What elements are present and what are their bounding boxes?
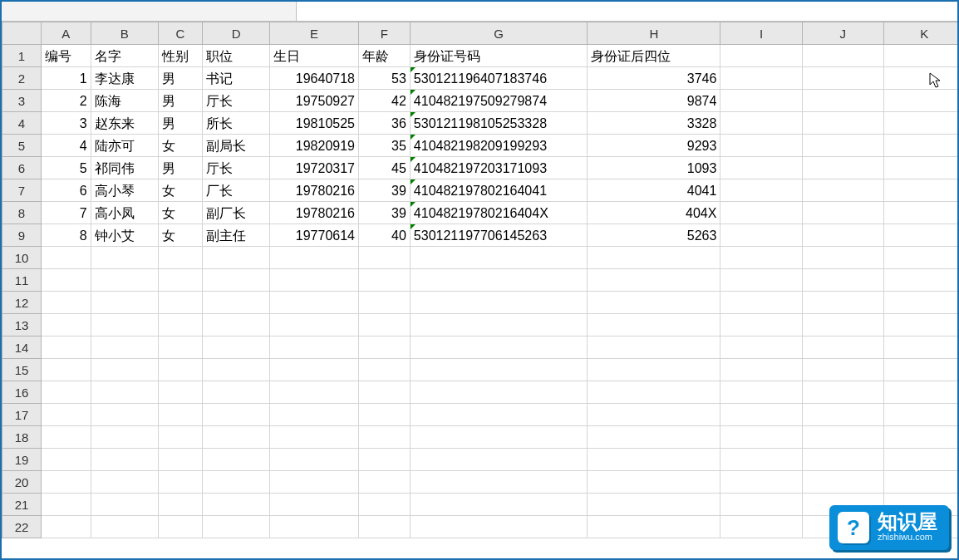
cell-K12[interactable] bbox=[883, 292, 957, 314]
cell-A5[interactable]: 4 bbox=[41, 135, 91, 157]
cell-G15[interactable] bbox=[410, 359, 587, 381]
cell-I19[interactable] bbox=[720, 449, 802, 471]
cell-E20[interactable] bbox=[270, 471, 359, 494]
cell-J10[interactable] bbox=[802, 247, 883, 269]
row-header-22[interactable]: 22 bbox=[2, 516, 42, 538]
row-header-1[interactable]: 1 bbox=[2, 45, 42, 67]
cell-D17[interactable] bbox=[203, 404, 270, 426]
cell-G12[interactable] bbox=[410, 292, 587, 314]
cell-I18[interactable] bbox=[720, 426, 802, 449]
cell-B18[interactable] bbox=[91, 426, 158, 449]
cell-I2[interactable] bbox=[720, 67, 802, 90]
cell-F11[interactable] bbox=[358, 269, 410, 292]
row-header-11[interactable]: 11 bbox=[2, 269, 42, 292]
cell-A3[interactable]: 2 bbox=[41, 90, 91, 112]
cell-J14[interactable] bbox=[802, 336, 883, 359]
cell-D13[interactable] bbox=[203, 314, 270, 336]
row-header-19[interactable]: 19 bbox=[2, 449, 42, 471]
cell-D18[interactable] bbox=[203, 426, 270, 449]
col-header-I[interactable]: I bbox=[720, 22, 802, 45]
cell-J13[interactable] bbox=[802, 314, 883, 336]
cell-G19[interactable] bbox=[410, 449, 587, 471]
cell-F2[interactable]: 53 bbox=[358, 67, 410, 90]
cell-G5[interactable]: 410482198209199293 bbox=[410, 135, 587, 157]
cell-K5[interactable] bbox=[883, 135, 957, 157]
cell-B6[interactable]: 祁同伟 bbox=[91, 157, 158, 179]
cell-E14[interactable] bbox=[270, 336, 359, 359]
row-header-14[interactable]: 14 bbox=[2, 336, 42, 359]
cell-B4[interactable]: 赵东来 bbox=[91, 112, 158, 135]
cell-G20[interactable] bbox=[410, 471, 587, 494]
cell-B13[interactable] bbox=[91, 314, 158, 336]
cell-F21[interactable] bbox=[358, 494, 410, 516]
cell-E6[interactable]: 19720317 bbox=[270, 157, 359, 179]
cell-C1[interactable]: 性别 bbox=[158, 45, 202, 67]
cell-F6[interactable]: 45 bbox=[358, 157, 410, 179]
cell-F8[interactable]: 39 bbox=[358, 202, 410, 224]
row-header-17[interactable]: 17 bbox=[2, 404, 42, 426]
cell-C11[interactable] bbox=[158, 269, 202, 292]
col-header-H[interactable]: H bbox=[588, 22, 720, 45]
cell-K20[interactable] bbox=[883, 471, 957, 494]
cell-H7[interactable]: 4041 bbox=[588, 179, 720, 202]
cell-K4[interactable] bbox=[883, 112, 957, 135]
cell-I15[interactable] bbox=[720, 359, 802, 381]
cell-E4[interactable]: 19810525 bbox=[270, 112, 359, 135]
cell-C7[interactable]: 女 bbox=[158, 179, 202, 202]
cell-H2[interactable]: 3746 bbox=[588, 67, 720, 90]
row-header-21[interactable]: 21 bbox=[2, 494, 42, 516]
cell-K18[interactable] bbox=[883, 426, 957, 449]
col-header-J[interactable]: J bbox=[802, 22, 883, 45]
cell-H17[interactable] bbox=[588, 404, 720, 426]
cell-E13[interactable] bbox=[270, 314, 359, 336]
cell-C14[interactable] bbox=[158, 336, 202, 359]
row-header-18[interactable]: 18 bbox=[2, 426, 42, 449]
cell-J5[interactable] bbox=[802, 135, 883, 157]
cell-H11[interactable] bbox=[588, 269, 720, 292]
cell-A12[interactable] bbox=[41, 292, 91, 314]
cell-A11[interactable] bbox=[41, 269, 91, 292]
cell-I13[interactable] bbox=[720, 314, 802, 336]
cell-B11[interactable] bbox=[91, 269, 158, 292]
cell-C19[interactable] bbox=[158, 449, 202, 471]
cell-G3[interactable]: 410482197509279874 bbox=[410, 90, 587, 112]
row-header-10[interactable]: 10 bbox=[2, 247, 42, 269]
cell-F12[interactable] bbox=[358, 292, 410, 314]
cell-A21[interactable] bbox=[41, 494, 91, 516]
col-header-G[interactable]: G bbox=[410, 22, 587, 45]
cell-E7[interactable]: 19780216 bbox=[270, 179, 359, 202]
cell-H1[interactable]: 身份证后四位 bbox=[588, 45, 720, 67]
formula-input[interactable] bbox=[297, 2, 957, 21]
cell-J16[interactable] bbox=[802, 381, 883, 404]
cell-C21[interactable] bbox=[158, 494, 202, 516]
cell-G4[interactable]: 530121198105253328 bbox=[410, 112, 587, 135]
row-header-7[interactable]: 7 bbox=[2, 179, 42, 202]
cell-D2[interactable]: 书记 bbox=[203, 67, 270, 90]
row-header-13[interactable]: 13 bbox=[2, 314, 42, 336]
cell-A18[interactable] bbox=[41, 426, 91, 449]
cell-G21[interactable] bbox=[410, 494, 587, 516]
cell-C5[interactable]: 女 bbox=[158, 135, 202, 157]
cell-A15[interactable] bbox=[41, 359, 91, 381]
cell-K13[interactable] bbox=[883, 314, 957, 336]
cell-G11[interactable] bbox=[410, 269, 587, 292]
cell-H18[interactable] bbox=[588, 426, 720, 449]
cell-B2[interactable]: 李达康 bbox=[91, 67, 158, 90]
cell-F16[interactable] bbox=[358, 381, 410, 404]
cell-B19[interactable] bbox=[91, 449, 158, 471]
cell-B17[interactable] bbox=[91, 404, 158, 426]
cell-H3[interactable]: 9874 bbox=[588, 90, 720, 112]
cell-I6[interactable] bbox=[720, 157, 802, 179]
cell-B7[interactable]: 高小琴 bbox=[91, 179, 158, 202]
cell-B10[interactable] bbox=[91, 247, 158, 269]
cell-H13[interactable] bbox=[588, 314, 720, 336]
cell-F4[interactable]: 36 bbox=[358, 112, 410, 135]
cell-F17[interactable] bbox=[358, 404, 410, 426]
cell-C13[interactable] bbox=[158, 314, 202, 336]
cell-H14[interactable] bbox=[588, 336, 720, 359]
cell-G17[interactable] bbox=[410, 404, 587, 426]
cell-F1[interactable]: 年龄 bbox=[358, 45, 410, 67]
cell-B21[interactable] bbox=[91, 494, 158, 516]
cell-J7[interactable] bbox=[802, 179, 883, 202]
cell-I5[interactable] bbox=[720, 135, 802, 157]
